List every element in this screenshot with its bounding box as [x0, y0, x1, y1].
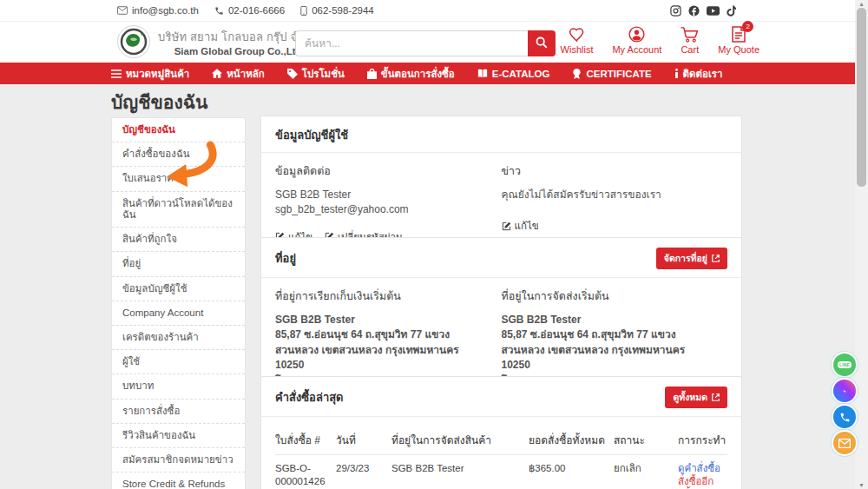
tag-icon — [287, 69, 298, 79]
line-chat-button[interactable]: LINE — [833, 354, 856, 376]
billing-name: SGB B2B Tester — [275, 313, 486, 327]
view-all-orders-button[interactable]: ดูทั้งหมด — [665, 387, 727, 408]
email-contact-button[interactable] — [833, 432, 856, 454]
sidebar-item-order-list[interactable]: รายการสั่งซื้อ — [112, 400, 245, 424]
contact-info-label: ข้อมูลติดต่อ — [275, 162, 486, 180]
external-link-icon — [712, 254, 720, 264]
order-ship-to: SGB B2B Tester — [391, 462, 523, 475]
contact-info-block: ข้อมูลติดต่อ SGB B2B Tester sgb_b2b_test… — [275, 162, 502, 245]
shipping-name: SGB B2B Tester — [502, 313, 713, 327]
facebook-icon[interactable] — [688, 5, 700, 17]
newsletter-status-text: คุณยังไม่ได้สมัครรับข่าวสารของเรา — [502, 188, 713, 202]
sidebar-item-users[interactable]: ผู้ใช้ — [112, 350, 245, 374]
sidebar-item-store-credit-refunds[interactable]: Store Credit & Refunds — [112, 472, 245, 489]
home-icon — [212, 69, 222, 78]
topbar-social — [670, 5, 736, 17]
quote-badge: 2 — [742, 21, 753, 32]
hamburger-icon — [111, 69, 122, 78]
scrollbar-thumb[interactable] — [857, 8, 866, 187]
newsletter-block: ข่าว คุณยังไม่ได้สมัครรับข่าวสารของเรา แ… — [502, 162, 728, 245]
phone-call-button[interactable] — [833, 406, 856, 428]
instagram-icon[interactable] — [670, 5, 681, 17]
topbar-phone[interactable]: 02-016-6666 — [214, 5, 285, 16]
line-icon: LINE — [838, 361, 852, 368]
contact-name: SGB B2B Tester — [275, 188, 486, 202]
sidebar-item-product-reviews[interactable]: รีวิวสินค้าของฉัน — [112, 424, 245, 448]
cart-button[interactable]: Cart — [681, 25, 699, 55]
tiktok-icon[interactable] — [727, 5, 736, 17]
account-info-card-title: ข้อมูลบัญชีผู้ใช้ — [275, 126, 348, 144]
wishlist-label: Wishlist — [561, 44, 594, 55]
certificate-badge-icon — [572, 69, 582, 79]
order-date: 29/3/23 — [336, 462, 386, 475]
view-order-link[interactable]: ดูคำสั่งซื้อ — [678, 463, 720, 473]
edit-icon — [502, 221, 511, 231]
billing-address-label: ที่อยู่การเรียกเก็บเงินเริ่มต้น — [275, 287, 486, 305]
page-title: บัญชีของฉัน — [111, 88, 207, 116]
addresses-card-header: ที่อยู่ จัดการที่อยู่ — [261, 238, 741, 278]
main-nav: หมวดหมู่สินค้า หน้าหลัก โปรโมชั่น ขั้นตอ… — [0, 63, 868, 84]
my-quote-label: My Quote — [718, 44, 760, 55]
col-status: สถานะ — [614, 434, 673, 448]
sidebar-item-store-credit[interactable]: เครดิตของร้านค้า — [112, 326, 245, 350]
scrollbar-down-arrow[interactable]: ▼ — [855, 481, 868, 489]
messenger-button[interactable] — [833, 380, 856, 402]
reorder-link[interactable]: สั่งซื้ออีกครั้ง — [678, 476, 713, 489]
sidebar-item-account-info[interactable]: ข้อมูลบัญชีผู้ใช้ — [112, 277, 245, 301]
col-date: วันที่ — [336, 434, 386, 448]
my-account-button[interactable]: My Account — [612, 25, 661, 55]
email-icon — [117, 6, 128, 15]
sidebar-item-my-account[interactable]: บัญชีของฉัน — [112, 118, 245, 142]
logo-wrap[interactable]: บริษัท สยาม โกลบอล กรุ๊ป จำกัด Siam Glob… — [117, 25, 318, 58]
company-name-th: บริษัท สยาม โกลบอล กรุ๊ป จำกัด — [158, 28, 318, 46]
order-status: ยกเลิก — [614, 462, 673, 475]
search-input[interactable] — [295, 30, 528, 56]
heart-icon — [569, 25, 586, 43]
sidebar-item-downloadable[interactable]: สินค้าที่ดาวน์โหลดได้ของฉัน — [112, 192, 245, 228]
manage-addresses-button[interactable]: จัดการที่อยู่ — [656, 248, 727, 269]
recent-orders-card: คำสั่งซื้อล่าสุด ดูทั้งหมด ใบสั่งซื้อ # … — [260, 376, 742, 489]
company-name: บริษัท สยาม โกลบอล กรุ๊ป จำกัด Siam Glob… — [158, 28, 318, 56]
nav-item-categories[interactable]: หมวดหมู่สินค้า — [111, 66, 189, 82]
envelope-icon — [838, 439, 851, 448]
sidebar-item-quotes[interactable]: ใบเสนอราคา — [112, 167, 245, 191]
sidebar-item-newsletter[interactable]: สมัครสมาชิกจดหมายข่าว — [112, 448, 245, 472]
my-quote-button[interactable]: 2 My Quote — [718, 25, 760, 55]
floating-contact-stack: LINE — [833, 354, 856, 454]
nav-item-ecatalog[interactable]: E-CATALOG — [477, 69, 550, 79]
nav-item-order-steps[interactable]: ขั้นตอนการสั่งซื้อ — [367, 66, 455, 82]
shipping-address-label: ที่อยู่ในการจัดส่งเริ่มต้น — [502, 287, 713, 305]
sidebar-item-my-orders[interactable]: คำสั่งซื้อของฉัน — [112, 142, 245, 167]
nav-item-contact[interactable]: ติดต่อเรา — [674, 66, 723, 82]
order-total: ฿365.00 — [529, 462, 608, 475]
col-actions: การกระทำ — [678, 434, 727, 448]
orders-table: ใบสั่งซื้อ # วันที่ ที่อยู่ในการจัดส่งสิ… — [261, 417, 741, 489]
nav-item-certificate[interactable]: CERTIFICATE — [572, 69, 651, 79]
sidebar-item-addresses[interactable]: ที่อยู่ — [112, 252, 245, 276]
vertical-scrollbar[interactable]: ▲ ▼ — [855, 0, 868, 489]
phone-icon — [214, 6, 224, 16]
quote-document-icon: 2 — [732, 25, 746, 43]
nav-item-home[interactable]: หน้าหลัก — [212, 66, 265, 82]
mobile-icon — [300, 6, 307, 16]
order-row: SGB-O-000001426 29/3/23 SGB B2B Tester ฿… — [275, 455, 727, 489]
edit-newsletter-link[interactable]: แก้ไข — [502, 218, 539, 234]
header: บริษัท สยาม โกลบอล กรุ๊ป จำกัด Siam Glob… — [0, 22, 868, 63]
search-button[interactable] — [528, 30, 556, 56]
shipping-address-text: 85,87 ซ.อ่อนนุช 64 ถ.สุขุมวิท 77 แขวงสวน… — [502, 327, 713, 373]
addresses-card-title: ที่อยู่ — [275, 249, 296, 268]
sidebar-item-roles[interactable]: บทบาท — [112, 374, 245, 399]
orders-table-header: ใบสั่งซื้อ # วันที่ ที่อยู่ในการจัดส่งสิ… — [275, 422, 727, 455]
cart-icon — [681, 25, 699, 43]
account-info-card-header: ข้อมูลบัญชีผู้ใช้ — [261, 116, 741, 153]
topbar-mobile[interactable]: 062-598-2944 — [300, 5, 374, 16]
topbar-email[interactable]: info@sgb.co.th — [117, 5, 199, 16]
nav-item-promotion[interactable]: โปรโมชั่น — [287, 66, 345, 82]
scrollbar-up-arrow[interactable]: ▲ — [855, 0, 868, 8]
wishlist-button[interactable]: Wishlist — [561, 25, 594, 55]
sidebar-item-wishlist[interactable]: สินค้าที่ถูกใจ — [112, 228, 245, 252]
sidebar-item-company-account[interactable]: Company Account — [112, 301, 245, 326]
topbar-email-text: info@sgb.co.th — [132, 5, 199, 16]
recent-orders-card-title: คำสั่งซื้อล่าสุด — [275, 388, 344, 406]
youtube-icon[interactable] — [707, 6, 720, 16]
